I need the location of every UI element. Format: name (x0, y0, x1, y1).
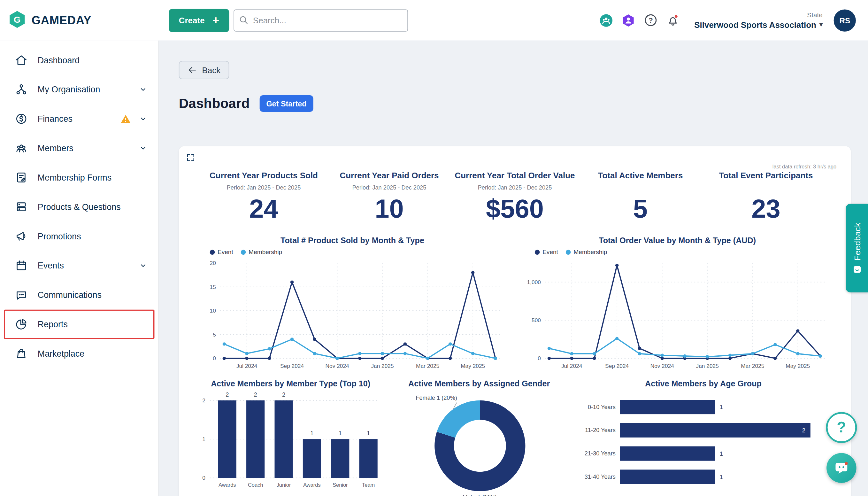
help-fab-button[interactable]: ? (826, 412, 857, 443)
svg-text:Mar 2025: Mar 2025 (416, 363, 439, 369)
svg-text:Male 4 (80%): Male 4 (80%) (462, 494, 497, 496)
svg-text:Sep 2024: Sep 2024 (605, 363, 628, 369)
sidebar-item-finances[interactable]: Finances (0, 104, 158, 134)
org-selector[interactable]: State Silverwood Sports Association ▾ (694, 11, 823, 29)
svg-text:0: 0 (202, 475, 205, 481)
page-title: Dashboard (179, 96, 250, 111)
reports-icon (14, 318, 28, 331)
svg-text:1: 1 (720, 474, 723, 480)
sidebar-item-reports[interactable]: Reports (4, 310, 154, 339)
finances-icon (14, 112, 28, 126)
svg-text:5: 5 (212, 331, 216, 338)
sidebar-item-products-questions[interactable]: Products & Questions (0, 192, 158, 221)
svg-text:?: ? (648, 16, 653, 24)
legend-item: Membership (566, 249, 607, 255)
svg-text:Senior: Senior (333, 482, 348, 488)
org-context-label: State (694, 11, 823, 19)
stats-row: Current Year Products SoldPeriod: Jan 20… (179, 146, 851, 221)
membership-forms-icon (14, 171, 28, 184)
sidebar-item-dashboard[interactable]: Dashboard (0, 45, 158, 75)
sidebar-nav: DashboardMy OrganisationFinancesMembersM… (0, 40, 158, 368)
stat-value: 5 (578, 196, 703, 221)
chevron-down-icon (139, 85, 147, 94)
sidebar-item-marketplace[interactable]: Marketplace (0, 339, 158, 368)
legend-item: Membership (241, 249, 282, 255)
chart-order-value: Total Order Value by Month & Type (AUD)E… (515, 236, 840, 375)
bar-chart-plot: 0122Awards2Coach2Junior1Awards1Senior1Te… (192, 390, 385, 495)
chart-title: Active Members by Member Type (Top 10) (190, 379, 391, 388)
hbar-chart-plot: 0-10 Years111-20 Years221-30 Years131-40… (567, 390, 840, 496)
chart-legend: EventMembership (535, 249, 840, 255)
svg-text:0-10 Years: 0-10 Years (588, 404, 616, 410)
chevron-down-icon (139, 115, 147, 123)
create-button-label: Create (179, 16, 205, 25)
svg-text:May 2025: May 2025 (785, 363, 809, 369)
communications-icon (14, 288, 28, 302)
svg-text:May 2025: May 2025 (460, 363, 485, 369)
stat-period: Period: Jan 2025 - Dec 2025 (452, 184, 578, 191)
stat-period: Period: Jan 2025 - Dec 2025 (327, 184, 452, 191)
svg-text:Junior: Junior (277, 482, 291, 488)
stat-period (703, 184, 829, 191)
bottom-charts-row: Active Members by Member Type (Top 10)01… (179, 375, 851, 496)
notifications-icon[interactable] (665, 13, 680, 28)
svg-text:Awards: Awards (303, 482, 321, 488)
chart-gender-donut: Active Members by Assigned GenderFemale … (391, 379, 567, 496)
arrow-left-icon (188, 65, 197, 75)
svg-text:10: 10 (209, 307, 216, 314)
topbar: G GAMEDAY Create + ? (0, 0, 868, 40)
community-icon[interactable] (599, 13, 613, 28)
stat-value: 23 (703, 196, 829, 221)
svg-text:Awards: Awards (219, 482, 236, 488)
sidebar-item-my-organisation[interactable]: My Organisation (0, 75, 158, 104)
sidebar-item-label: Communications (38, 290, 101, 300)
main-content: Back Dashboard Get Started last data ref… (159, 40, 868, 496)
passport-icon[interactable] (621, 13, 635, 28)
app-root: G GAMEDAY Create + ? (0, 0, 868, 496)
svg-text:Jul 2024: Jul 2024 (236, 363, 257, 369)
stat-current-year-products-sold: Current Year Products SoldPeriod: Jan 20… (201, 171, 327, 221)
svg-text:Jan 2025: Jan 2025 (371, 363, 394, 369)
legend-item: Event (210, 249, 233, 255)
svg-text:Female 1 (20%): Female 1 (20%) (416, 395, 457, 401)
sidebar-item-communications[interactable]: Communications (0, 280, 158, 310)
back-button-label: Back (202, 65, 220, 75)
chat-icon (833, 460, 850, 476)
chart-title: Total # Product Sold by Month & Type (190, 236, 515, 245)
feedback-tab[interactable]: Feedback (846, 204, 868, 292)
stat-period: Period: Jan 2025 - Dec 2025 (201, 184, 327, 191)
logo[interactable]: G GAMEDAY (0, 10, 159, 31)
stat-title: Current Year Products Sold (201, 171, 327, 180)
donut-chart-plot: Female 1 (20%)Male 4 (80%) (391, 390, 567, 496)
sidebar-item-members[interactable]: Members (0, 134, 158, 163)
sidebar-item-events[interactable]: Events (0, 251, 158, 280)
line-chart-plot: 05001,000Jul 2024Sep 2024Nov 2024Jan 202… (522, 258, 832, 375)
plus-icon: + (212, 14, 219, 26)
stat-current-year-paid-orders: Current Year Paid OrdersPeriod: Jan 2025… (327, 171, 452, 221)
chart-member-type: Active Members by Member Type (Top 10)01… (190, 379, 391, 496)
sidebar-item-label: Dashboard (38, 55, 80, 65)
help-icon[interactable]: ? (643, 13, 658, 28)
sidebar-item-membership-forms[interactable]: Membership Forms (0, 163, 158, 192)
stat-title: Total Event Participants (703, 171, 829, 180)
sidebar-item-promotions[interactable]: Promotions (0, 221, 158, 251)
get-started-button[interactable]: Get Started (260, 95, 313, 112)
gameday-logo-icon: G (8, 10, 27, 31)
create-button[interactable]: Create + (169, 9, 230, 32)
chart-age-group: Active Members by Age Group0-10 Years111… (567, 379, 840, 496)
chat-widget-button[interactable] (826, 453, 856, 483)
back-button[interactable]: Back (179, 61, 230, 79)
svg-text:Sep 2024: Sep 2024 (280, 363, 303, 369)
expand-icon[interactable] (186, 153, 195, 164)
logo-wordmark: GAMEDAY (32, 13, 92, 27)
stat-value: 24 (201, 196, 327, 221)
stat-title: Current Year Paid Orders (327, 171, 452, 180)
chart-legend: EventMembership (210, 249, 515, 255)
sidebar-item-label: Finances (38, 114, 73, 124)
events-icon (14, 259, 28, 272)
chart-products-sold: Total # Product Sold by Month & TypeEven… (190, 236, 515, 375)
stat-period (578, 184, 703, 191)
line-chart-plot: 05101520Jul 2024Sep 2024Nov 2024Jan 2025… (198, 258, 507, 375)
avatar[interactable]: RS (834, 9, 856, 31)
search-input[interactable] (234, 9, 408, 31)
